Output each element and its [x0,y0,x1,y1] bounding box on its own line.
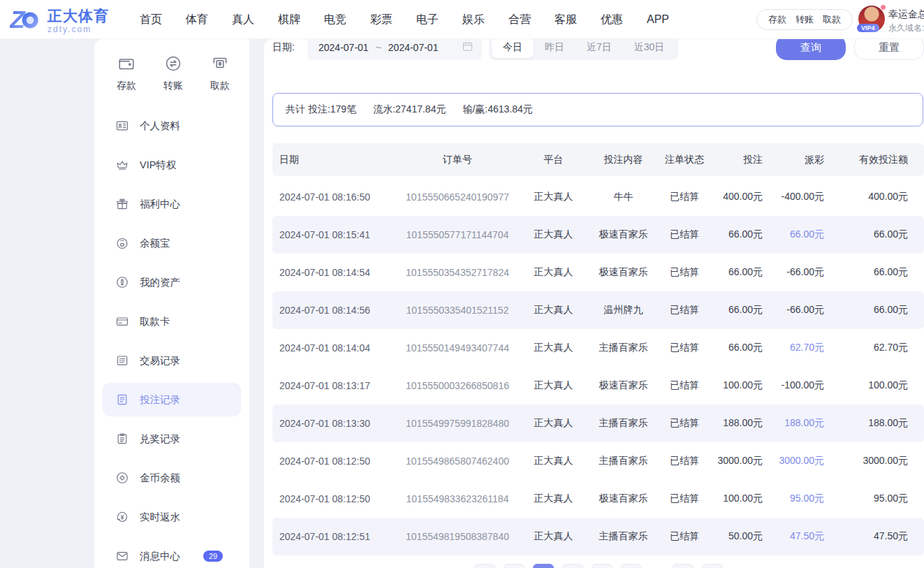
table-row: 2024-07-01 08:12:501015549833623261184正大… [272,480,924,518]
sidebar-item-投注记录[interactable]: 投注记录 [103,383,241,416]
cell-order: 1015549865807462400 [395,456,520,467]
table-row: 2024-07-01 08:12:501015549865807462400正大… [272,442,924,480]
nav-item-棋牌[interactable]: 棋牌 [278,13,300,27]
nav-item-体育[interactable]: 体育 [186,13,208,27]
nav-item-电竞[interactable]: 电竞 [324,13,346,27]
bet-list-icon [115,393,129,407]
cell-valid: 62.70元 [824,342,908,354]
nav-item-客服[interactable]: 客服 [555,13,577,27]
cell-valid: 47.50元 [824,530,908,543]
cell-valid: 66.00元 [824,304,908,316]
page-button-1[interactable]: 1 [504,564,525,568]
cell-payout: 3000.00元 [763,455,824,467]
envelope-icon [115,549,129,563]
summary-bar: 共计 投注:179笔 流水:27417.84元 输/赢:4613.84元 [272,93,923,126]
sidebar-item-余额宝[interactable]: 余额宝 [103,226,241,260]
brand-logo[interactable]: Z 正大体育 zdty.com [10,5,109,37]
sidebar-item-我的资产[interactable]: 我的资产 [103,265,241,299]
cell-date: 2024-07-01 08:12:50 [272,456,395,467]
pill-action-转账[interactable]: 转账 [795,13,814,26]
quick-action-存款[interactable]: 存款 [117,54,136,92]
unread-badge: 29 [203,551,223,562]
assets-icon [115,275,129,289]
sidebar-item-实时返水[interactable]: 实时返水 [103,500,241,534]
sidebar-item-VIP特权[interactable]: VIP特权 [103,148,241,182]
cell-platform: 正大真人 [520,304,587,316]
sidebar-item-福利中心[interactable]: 福利中心 [103,187,241,221]
nav-item-电子[interactable]: 电子 [416,13,439,27]
cell-date: 2024-07-01 08:14:04 [272,342,395,354]
sidebar-item-个人资料[interactable]: 个人资料 [103,109,241,143]
cell-order: 1015550003266850816 [395,380,520,391]
calendar-icon[interactable] [462,41,474,55]
nav-item-娱乐[interactable]: 娱乐 [462,13,485,27]
table-row: 2024-07-01 08:13:301015549975991828480正大… [272,405,924,442]
cell-bet: 66.00元 [709,228,763,241]
quick-action-转账[interactable]: 转账 [163,54,183,92]
cell-content: 温州牌九 [587,304,660,316]
transfer-icon [164,54,182,75]
sidebar-item-消息中心[interactable]: 消息中心29 [103,539,241,568]
cell-status: 已结算 [660,304,709,316]
nav-item-合营[interactable]: 合营 [508,13,531,27]
cell-payout: -66.00元 [763,304,824,316]
cell-order: 1015550665240190977 [395,191,520,203]
brand-domain: zdty.com [47,25,109,34]
cell-content: 极速百家乐 [587,379,660,392]
pill-action-取款[interactable]: 取款 [823,13,841,26]
cell-order: 1015550577171144704 [395,229,520,240]
nav-item-首页[interactable]: 首页 [140,13,162,27]
wallet-quick-pill: 存款转账取款 [756,9,853,30]
sidebar-item-兑奖记录[interactable]: 兑奖记录 [103,422,241,456]
sidebar-item-交易记录[interactable]: 交易记录 [103,344,241,377]
purse-icon [115,236,129,250]
brand-logo-icon: Z [10,5,42,37]
reset-button[interactable]: 重置 [854,39,924,60]
withdraw-icon [211,54,229,75]
page-button-‹[interactable]: ‹ [474,564,495,568]
cell-content: 极速百家乐 [587,228,660,241]
nav-item-彩票[interactable]: 彩票 [370,13,393,27]
page-button-2[interactable]: 2 [533,564,554,568]
cell-platform: 正大真人 [520,228,587,241]
search-button[interactable]: 查询 [776,39,846,60]
nav-item-APP[interactable]: APP [647,13,669,26]
clipboard-icon [115,432,129,446]
sidebar-item-取款卡[interactable]: 取款卡 [103,305,241,338]
page-button-4[interactable]: 4 [592,564,613,568]
table-row: 2024-07-01 08:13:171015550003266850816正大… [272,367,924,405]
table-header: 日期订单号平台投注内容注单状态投注派彩有效投注额 [272,143,924,176]
range-preset-近7日[interactable]: 近7日 [575,39,623,58]
cell-date: 2024-07-01 08:14:56 [272,305,395,316]
page-button-3[interactable]: 3 [562,564,583,568]
nav-item-优惠[interactable]: 优惠 [601,13,623,27]
cell-bet: 66.00元 [709,304,763,316]
page-button-»[interactable]: » [702,564,723,568]
date-range-input[interactable]: 2024-07-01 ~ 2024-07-01 [307,39,482,60]
cell-valid: 66.00元 [824,266,908,279]
page-button-5[interactable]: 5 [621,564,642,568]
cell-payout: -66.00元 [763,266,824,279]
sidebar-item-金币余额[interactable]: 金币余额 [103,461,241,495]
nav-item-真人[interactable]: 真人 [232,13,254,27]
date-from-value: 2024-07-01 [318,42,369,53]
pill-action-存款[interactable]: 存款 [768,13,786,26]
cell-valid: 100.00元 [824,379,908,392]
cell-valid: 95.00元 [824,493,908,505]
sidebar-item-label: 金币余额 [140,472,180,485]
page-button-›[interactable]: › [673,564,694,568]
wallet-icon [117,54,135,75]
table-row: 2024-07-01 08:16:501015550665240190977正大… [272,178,924,216]
cell-date: 2024-07-01 08:15:41 [272,229,395,240]
cell-bet: 66.00元 [709,266,763,279]
quick-action-取款[interactable]: 取款 [210,54,230,92]
sidebar-item-label: VIP特权 [140,159,176,172]
range-preset-昨日[interactable]: 昨日 [534,39,575,58]
range-preset-近30日[interactable]: 近30日 [623,39,676,58]
cell-platform: 正大真人 [520,191,587,203]
cell-platform: 正大真人 [520,379,587,392]
cell-payout: 62.70元 [763,342,824,354]
cell-bet: 400.00元 [709,191,763,203]
range-preset-今日[interactable]: 今日 [492,39,534,58]
cell-order: 1015549975991828480 [395,418,520,429]
